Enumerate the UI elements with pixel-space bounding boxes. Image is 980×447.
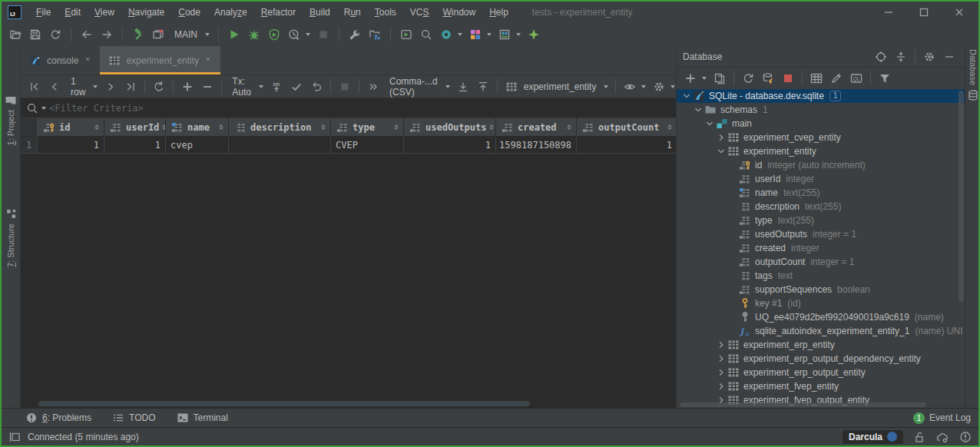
sort-icon[interactable] (489, 124, 494, 130)
tree-node[interactable]: experiment_entity (677, 144, 965, 158)
chevron-down-icon[interactable] (714, 145, 728, 157)
menu-build[interactable]: Build (303, 4, 337, 21)
commit-button[interactable] (287, 79, 306, 94)
chevron-right-icon[interactable] (714, 380, 728, 392)
tree-node[interactable]: userId integer (677, 172, 965, 186)
tree-node[interactable]: id integer (auto increment) (677, 158, 965, 172)
schema-refresh-button[interactable] (759, 71, 777, 86)
tree-node[interactable]: name text(255) (677, 186, 965, 200)
panel-settings-button[interactable] (920, 49, 939, 65)
tool-button-todo[interactable]: TODO (111, 412, 155, 424)
duplicate-button[interactable] (710, 71, 729, 86)
column-header-outputCount[interactable]: outputCount (577, 118, 676, 137)
sort-icon[interactable] (394, 124, 399, 130)
tree-node[interactable]: SQLite - database.dev.sqlite 1 (677, 89, 965, 103)
tool-button-project[interactable]: 1: Project (4, 94, 18, 145)
tree-node[interactable]: schemas 1 (677, 103, 965, 117)
minimize-button[interactable] (882, 5, 896, 19)
submit-db-button[interactable]: DB (267, 79, 286, 94)
close-icon[interactable] (83, 53, 92, 68)
filter-row[interactable]: <Filter Criteria> (21, 98, 676, 118)
grid-settings-button[interactable] (650, 79, 676, 94)
gradle-button[interactable] (437, 27, 465, 42)
tab-console[interactable]: console (21, 46, 100, 74)
cell-id[interactable]: 1 (38, 137, 104, 154)
window-status-icon[interactable] (8, 431, 22, 443)
sort-icon[interactable] (94, 124, 99, 130)
tree-node[interactable]: created integer (677, 241, 965, 255)
chevron-right-icon[interactable] (714, 131, 728, 144)
back-button[interactable] (78, 27, 96, 42)
add-datasource-button[interactable] (681, 71, 709, 86)
cell-created[interactable]: 1598187150898 (496, 137, 577, 154)
plugin-colors-button[interactable] (466, 27, 494, 42)
chevron-right-icon[interactable] (714, 366, 728, 379)
tab-experiment_entity[interactable]: experiment_entity (100, 46, 220, 74)
import-data-button[interactable] (474, 79, 492, 94)
menu-help[interactable]: Help (482, 4, 515, 21)
menu-edit[interactable]: Edit (58, 4, 88, 21)
coverage-button[interactable] (265, 27, 283, 42)
tree-vertical-scrollbar[interactable] (958, 91, 964, 302)
cell-type[interactable]: CVEP (331, 137, 404, 154)
column-header-userId[interactable]: userId (104, 118, 166, 137)
more-chevron-button[interactable] (364, 79, 382, 94)
column-header-name[interactable]: name (166, 118, 229, 137)
tree-node[interactable]: usedOutputs integer = 1 (677, 227, 965, 241)
sync-button[interactable] (46, 27, 65, 42)
last-page-button[interactable] (121, 79, 140, 94)
locate-button[interactable] (872, 49, 890, 65)
debug-button[interactable] (245, 27, 263, 42)
maximize-button[interactable] (917, 5, 931, 19)
page-size-selector[interactable]: 1 row (65, 75, 100, 98)
tree-node[interactable]: UQ_ee4079d2bef9920490019a9c619 (name) (677, 310, 965, 324)
tree-node[interactable]: main (677, 117, 965, 131)
edit-button[interactable] (827, 71, 846, 86)
alert-icon[interactable] (958, 431, 972, 443)
tx-mode-selector[interactable]: Tx: Auto (227, 75, 266, 98)
add-row-button[interactable] (178, 79, 197, 94)
save-button[interactable] (26, 27, 45, 42)
disconnect-button[interactable] (779, 71, 797, 86)
close-icon[interactable] (204, 53, 213, 68)
row-number[interactable]: 1 (21, 137, 38, 154)
database-plugin-button[interactable] (495, 27, 523, 42)
event-log-button[interactable]: 1 Event Log (913, 412, 971, 424)
cell-name[interactable]: cvep (166, 137, 229, 154)
sort-icon[interactable] (219, 124, 223, 130)
tree-node[interactable]: supportSequences boolean (677, 283, 965, 296)
tree-node[interactable]: experiment_erp_output_dependency_entity (677, 352, 965, 366)
search-everywhere-button[interactable] (417, 27, 435, 42)
profiler-button[interactable] (285, 27, 313, 42)
cell-outputCount[interactable]: 1 (577, 137, 676, 154)
project-structure-button[interactable] (366, 27, 384, 42)
next-page-button[interactable] (101, 79, 120, 94)
tool-button-database[interactable]: Database (966, 49, 980, 101)
column-header-type[interactable]: type (331, 118, 404, 137)
close-button[interactable] (952, 5, 966, 19)
refresh-button[interactable] (739, 71, 757, 86)
run-button[interactable] (225, 27, 243, 42)
open-table-button[interactable] (807, 71, 826, 86)
menu-vcs[interactable]: VCS (403, 4, 436, 21)
tool-button-structure[interactable]: 7: Structure (4, 207, 18, 267)
tree-node[interactable]: key #1 (id) (677, 296, 965, 310)
run-anything-button[interactable] (397, 27, 416, 42)
tree-node[interactable]: outputCount integer = 1 (677, 255, 965, 269)
column-header-description[interactable]: description (229, 118, 331, 137)
tree-horizontal-scrollbar[interactable] (680, 402, 926, 407)
collapse-all-button[interactable] (892, 49, 910, 65)
run-config-selector[interactable]: MAIN (169, 28, 212, 41)
filter-criteria-input[interactable]: <Filter Criteria> (49, 103, 144, 114)
menu-navigate[interactable]: Navigate (121, 4, 171, 21)
filter-history-chevron-icon[interactable] (41, 107, 46, 110)
menu-run[interactable]: Run (337, 4, 368, 21)
tree-node[interactable]: experiment_erp_entity (677, 338, 965, 352)
chevron-down-icon[interactable] (680, 90, 694, 102)
theme-switcher[interactable]: Darcula (843, 430, 903, 444)
tree-node[interactable]: type text(255) (677, 214, 965, 227)
first-page-button[interactable] (25, 79, 44, 94)
menu-window[interactable]: Window (435, 4, 482, 21)
menu-view[interactable]: View (88, 4, 121, 21)
open-button[interactable] (6, 27, 25, 42)
